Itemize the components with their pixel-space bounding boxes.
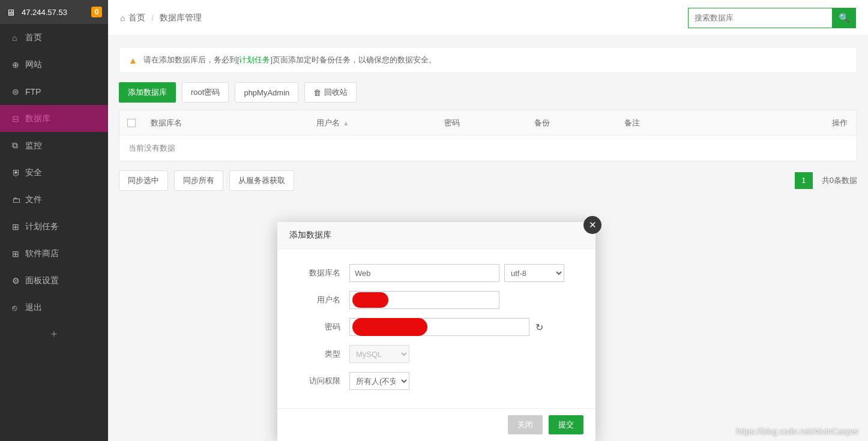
sidebar-item-label: 监控 — [25, 140, 42, 151]
apps-icon: ⊞ — [12, 249, 25, 259]
col-backup[interactable]: 备份 — [527, 118, 617, 128]
sidebar-item-label: 文件 — [25, 194, 42, 205]
plus-icon: + — [51, 328, 58, 341]
sidebar-item-monitor[interactable]: ⧉监控 — [0, 132, 108, 159]
sidebar-item-label: 首页 — [25, 32, 42, 43]
breadcrumb-row: ⌂ 首页 / 数据库管理 🔍 — [108, 0, 868, 36]
sidebar-item-cron[interactable]: ⊞计划任务 — [0, 213, 108, 240]
sidebar-item-website[interactable]: ⊕网站 — [0, 51, 108, 78]
page-total: 共0条数据 — [822, 175, 857, 186]
alert-text-prefix: 请在添加数据库后，务必到[ — [143, 55, 240, 65]
col-remark[interactable]: 备注 — [617, 118, 821, 128]
sidebar-item-label: 网站 — [25, 59, 42, 70]
sidebar-item-database[interactable]: ⊟数据库 — [0, 105, 108, 132]
phpmyadmin-button[interactable]: phpMyAdmin — [235, 82, 298, 103]
ftp-icon: ⊜ — [12, 87, 25, 97]
calendar-icon: ⊞ — [12, 222, 25, 232]
sort-asc-icon: ▲ — [343, 119, 349, 127]
breadcrumb-current: 数据库管理 — [160, 13, 202, 23]
col-password[interactable]: 密码 — [437, 118, 527, 128]
recycle-label: 回收站 — [324, 87, 348, 98]
sidebar-item-label: 数据库 — [25, 113, 50, 124]
action-row: 添加数据库 root密码 phpMyAdmin 🗑回收站 — [119, 82, 857, 103]
main-area: ⌂ 首页 / 数据库管理 🔍 ▲ 请在添加数据库后，务必到[计划任务]页面添加定… — [108, 0, 868, 441]
sidebar: ⌂首页 ⊕网站 ⊜FTP ⊟数据库 ⧉监控 ⛨安全 🗀文件 ⊞计划任务 ⊞软件商… — [0, 24, 108, 441]
sidebar-item-label: FTP — [25, 87, 41, 97]
col-dbname[interactable]: 数据库名 — [143, 118, 309, 128]
breadcrumb-separator: / — [151, 13, 154, 23]
sidebar-item-label: 面板设置 — [25, 275, 59, 286]
page-number[interactable]: 1 — [795, 172, 813, 189]
search-button[interactable]: 🔍 — [832, 8, 856, 28]
notification-badge[interactable]: 0 — [91, 7, 102, 17]
monitor-icon: 🖥 — [6, 7, 17, 17]
sidebar-item-label: 安全 — [25, 167, 42, 178]
sidebar-add-button[interactable]: + — [0, 321, 108, 348]
root-password-button[interactable]: root密码 — [182, 82, 229, 103]
chart-icon: ⧉ — [12, 140, 25, 151]
alert-text-suffix: ]页面添加定时备份任务，以确保您的数据安全。 — [270, 55, 436, 65]
logout-icon: ⎋ — [12, 303, 25, 313]
shield-icon: ⛨ — [12, 168, 25, 178]
fetch-from-server-button[interactable]: 从服务器获取 — [229, 170, 294, 191]
col-username[interactable]: 用户名▲ — [309, 118, 437, 128]
breadcrumb: ⌂ 首页 / 数据库管理 — [120, 13, 202, 23]
table-header: 数据库名 用户名▲ 密码 备份 备注 操作 — [119, 110, 857, 136]
globe-icon: ⊕ — [12, 60, 25, 70]
sync-selected-button[interactable]: 同步选中 — [119, 170, 168, 191]
sidebar-item-label: 退出 — [25, 302, 42, 313]
sidebar-item-files[interactable]: 🗀文件 — [0, 186, 108, 213]
sidebar-item-panel-settings[interactable]: ⚙面板设置 — [0, 267, 108, 294]
alert-link[interactable]: 计划任务 — [239, 55, 270, 65]
server-ip: 47.244.57.53 — [22, 8, 91, 17]
breadcrumb-home[interactable]: 首页 — [128, 13, 145, 23]
table-empty-message: 当前没有数据 — [119, 136, 857, 161]
search-icon: 🔍 — [839, 13, 850, 23]
sidebar-item-logout[interactable]: ⎋退出 — [0, 294, 108, 321]
sidebar-item-ftp[interactable]: ⊜FTP — [0, 78, 108, 105]
sidebar-item-label: 计划任务 — [25, 221, 59, 232]
database-table: 数据库名 用户名▲ 密码 备份 备注 操作 当前没有数据 — [119, 110, 857, 161]
content-panel: ▲ 请在添加数据库后，务必到[计划任务]页面添加定时备份任务，以确保您的数据安全… — [119, 47, 857, 191]
table-footer: 同步选中 同步所有 从服务器获取 1 共0条数据 — [119, 170, 857, 191]
sidebar-item-software[interactable]: ⊞软件商店 — [0, 240, 108, 267]
database-icon: ⊟ — [12, 114, 25, 124]
sidebar-item-label: 软件商店 — [25, 248, 59, 259]
trash-icon: 🗑 — [313, 88, 321, 97]
sidebar-item-security[interactable]: ⛨安全 — [0, 159, 108, 186]
recycle-bin-button[interactable]: 🗑回收站 — [304, 82, 357, 103]
select-all-checkbox[interactable] — [127, 119, 136, 127]
search-input[interactable] — [688, 8, 832, 28]
gear-icon: ⚙ — [12, 276, 25, 286]
folder-icon: 🗀 — [12, 195, 25, 205]
home-icon: ⌂ — [12, 33, 25, 43]
sync-all-button[interactable]: 同步所有 — [174, 170, 223, 191]
warning-icon: ▲ — [128, 55, 137, 65]
home-icon: ⌂ — [120, 13, 125, 23]
col-operation: 操作 — [821, 118, 857, 128]
alert-box: ▲ 请在添加数据库后，务必到[计划任务]页面添加定时备份任务，以确保您的数据安全… — [119, 47, 857, 73]
top-header: 🖥 47.244.57.53 0 — [0, 0, 108, 24]
watermark: https://blog.csdn.net/AlvinCasper — [736, 427, 859, 436]
sidebar-item-home[interactable]: ⌂首页 — [0, 24, 108, 51]
add-database-button[interactable]: 添加数据库 — [119, 82, 176, 103]
